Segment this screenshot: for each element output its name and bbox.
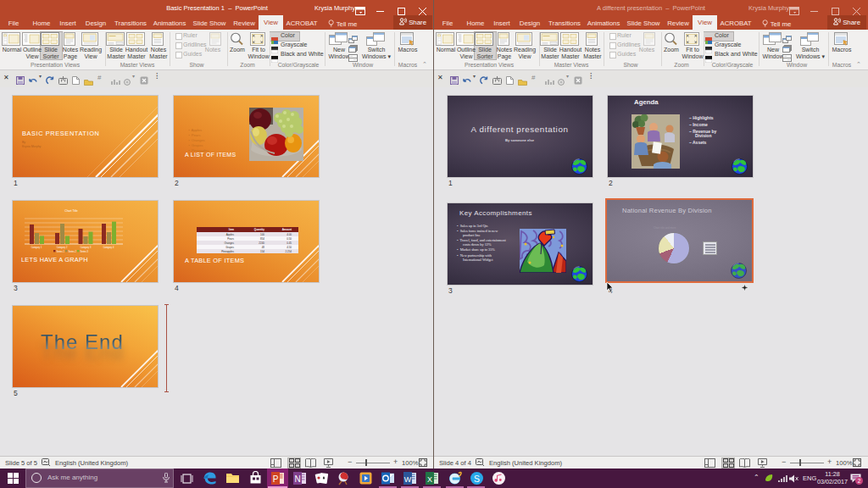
svg-text:Pears: Pears (227, 237, 234, 241)
svg-text:Series 2: Series 2 (69, 250, 77, 253)
svg-text:2.254: 2.254 (285, 250, 292, 253)
svg-text:0.45: 0.45 (287, 241, 292, 245)
svg-text:48: 48 (262, 246, 265, 249)
svg-text:0.50: 0.50 (287, 237, 292, 241)
svg-text:854: 854 (260, 237, 264, 241)
svg-text:W: W (404, 475, 412, 484)
svg-text:P: P (273, 474, 279, 484)
svg-text:Pineapples: Pineapples (221, 250, 234, 253)
svg-text:Category 3: Category 3 (81, 246, 92, 249)
svg-text:Category 1: Category 1 (31, 246, 42, 249)
svg-text:X: X (427, 475, 432, 484)
svg-text:4.00: 4.00 (287, 233, 292, 236)
svg-text:S: S (474, 474, 480, 484)
svg-text:Series 3: Series 3 (81, 250, 89, 253)
svg-text:Chart Title: Chart Title (64, 209, 78, 213)
svg-text:Grapes: Grapes (225, 246, 234, 249)
svg-text:Amount: Amount (282, 228, 292, 231)
svg-text:Apples: Apples (226, 233, 235, 236)
svg-text:Series 1: Series 1 (57, 250, 65, 253)
svg-text:4.50: 4.50 (287, 246, 292, 249)
svg-text:154: 154 (260, 250, 264, 253)
svg-text:Item: Item (229, 228, 235, 231)
svg-text:Category 2: Category 2 (57, 246, 68, 249)
svg-text:Oranges: Oranges (224, 241, 234, 245)
svg-text:N: N (294, 474, 300, 484)
svg-text:100: 100 (260, 233, 264, 236)
svg-text:2240: 2240 (259, 241, 264, 245)
svg-text:Quantity: Quantity (254, 228, 264, 231)
svg-text:Category 4: Category 4 (103, 246, 114, 249)
